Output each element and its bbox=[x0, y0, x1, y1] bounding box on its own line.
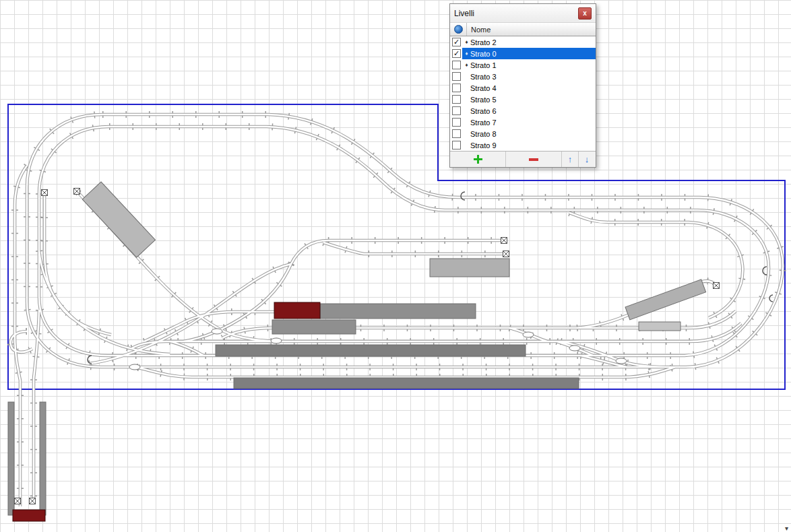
layer-row-body[interactable]: Strato 6 bbox=[462, 105, 596, 117]
turnout-marker[interactable] bbox=[129, 364, 140, 370]
layer-name-label: Strato 1 bbox=[470, 61, 497, 69]
layer-list: ✓♦Strato 2✓♦Strato 0♦Strato 1Strato 3Str… bbox=[450, 36, 596, 151]
app-window: Livelli x Nome ✓♦Strato 2✓♦Strato 0♦Stra… bbox=[0, 0, 791, 532]
track-plan-svg bbox=[0, 0, 791, 532]
platform-rect[interactable] bbox=[320, 304, 476, 319]
layer-bullet-icon: ♦ bbox=[464, 51, 470, 57]
layer-bullet-icon: ♦ bbox=[464, 39, 470, 45]
layer-row[interactable]: Strato 5 bbox=[450, 94, 596, 105]
close-icon: x bbox=[583, 10, 587, 17]
layer-name-label: Strato 4 bbox=[470, 84, 497, 92]
layer-row[interactable]: Strato 9 bbox=[450, 139, 596, 151]
remove-layer-button[interactable] bbox=[506, 152, 562, 167]
name-column-header: Nome bbox=[471, 26, 491, 34]
layer-row[interactable]: ✓♦Strato 0 bbox=[450, 48, 596, 59]
layer-row[interactable]: Strato 7 bbox=[450, 117, 596, 128]
layer-row[interactable]: ♦Strato 1 bbox=[450, 59, 596, 71]
red-building-rect[interactable] bbox=[274, 302, 320, 319]
layers-panel-titlebar[interactable]: Livelli x bbox=[450, 4, 596, 23]
arrow-down-icon: ↓ bbox=[585, 155, 590, 164]
layer-visibility-checkbox[interactable]: ✓ bbox=[452, 38, 461, 46]
platform-rect[interactable] bbox=[234, 378, 579, 389]
platform-rect[interactable] bbox=[40, 402, 46, 515]
layer-visibility-checkbox[interactable] bbox=[452, 129, 461, 138]
layer-row[interactable]: Strato 4 bbox=[450, 82, 596, 94]
layer-row-body[interactable]: Strato 8 bbox=[462, 128, 596, 139]
platform-rect[interactable] bbox=[625, 279, 706, 320]
platform-rect[interactable] bbox=[8, 402, 14, 515]
layers-panel: Livelli x Nome ✓♦Strato 2✓♦Strato 0♦Stra… bbox=[449, 3, 596, 168]
buffer-stop[interactable] bbox=[501, 238, 507, 244]
layer-row[interactable]: ✓♦Strato 2 bbox=[450, 36, 596, 48]
red-building-rect[interactable] bbox=[13, 510, 45, 521]
layer-visibility-checkbox[interactable] bbox=[452, 106, 461, 115]
layer-row[interactable]: Strato 6 bbox=[450, 105, 596, 117]
buffer-stop[interactable] bbox=[42, 190, 48, 196]
track-end-markers bbox=[88, 192, 773, 364]
turnout-marker[interactable] bbox=[616, 358, 627, 364]
layer-name-label: Strato 2 bbox=[470, 38, 497, 46]
layer-name-label: Strato 6 bbox=[470, 107, 497, 115]
arrow-up-icon: ↑ bbox=[568, 155, 573, 164]
track-plan-canvas[interactable] bbox=[0, 0, 791, 532]
platform-rect[interactable] bbox=[639, 322, 681, 331]
layer-row-body[interactable]: Strato 5 bbox=[462, 94, 596, 105]
layers-panel-title: Livelli bbox=[454, 9, 474, 18]
turnout-marker[interactable] bbox=[212, 329, 222, 334]
layer-name-label: Strato 7 bbox=[470, 119, 497, 127]
buffer-stop[interactable] bbox=[503, 251, 509, 257]
layer-row-body[interactable]: Strato 7 bbox=[462, 117, 596, 128]
move-layer-down-button[interactable]: ↓ bbox=[579, 152, 595, 167]
layer-row-body[interactable]: Strato 3 bbox=[462, 71, 596, 82]
buffer-stop[interactable] bbox=[74, 189, 80, 195]
minus-icon bbox=[529, 158, 538, 161]
platform-rect[interactable] bbox=[430, 259, 509, 277]
layer-row-body[interactable]: Strato 4 bbox=[462, 82, 596, 94]
turnout-marker[interactable] bbox=[569, 345, 580, 351]
layer-visibility-checkbox[interactable] bbox=[452, 95, 461, 104]
layer-name-label: Strato 5 bbox=[470, 96, 497, 104]
platform-rect[interactable] bbox=[216, 345, 526, 356]
layer-row[interactable]: Strato 3 bbox=[450, 71, 596, 82]
track-end-marker[interactable] bbox=[769, 295, 773, 302]
scrollbar-down-arrow[interactable]: ▾ bbox=[785, 525, 788, 532]
buffer-stop[interactable] bbox=[15, 498, 21, 504]
header-divider bbox=[466, 23, 467, 36]
layer-row-body[interactable]: ♦Strato 2 bbox=[462, 36, 596, 48]
layer-name-label: Strato 0 bbox=[470, 50, 497, 58]
list-column-header[interactable]: Nome bbox=[450, 23, 596, 36]
layer-visibility-checkbox[interactable] bbox=[452, 84, 461, 92]
layer-row-body[interactable]: ♦Strato 0 bbox=[462, 48, 596, 59]
layer-bullet-icon: ♦ bbox=[464, 62, 470, 68]
close-button[interactable]: x bbox=[578, 7, 592, 20]
layer-name-label: Strato 9 bbox=[470, 141, 497, 149]
layer-row-body[interactable]: Strato 9 bbox=[462, 139, 596, 151]
buffer-stop[interactable] bbox=[30, 498, 36, 504]
move-layer-up-button[interactable]: ↑ bbox=[562, 152, 579, 167]
layer-name-label: Strato 3 bbox=[470, 73, 497, 81]
layer-visibility-checkbox[interactable] bbox=[452, 72, 461, 81]
layer-row-body[interactable]: ♦Strato 1 bbox=[462, 59, 596, 71]
platform-rect[interactable] bbox=[82, 182, 155, 257]
turnout-marker[interactable] bbox=[523, 332, 534, 337]
plus-icon bbox=[474, 155, 482, 164]
layers-toolbar: ↑ ↓ bbox=[450, 151, 596, 167]
turnout-marker[interactable] bbox=[271, 338, 282, 343]
layer-visibility-checkbox[interactable] bbox=[452, 141, 461, 149]
layer-visibility-checkbox[interactable] bbox=[452, 61, 461, 69]
buffer-stop[interactable] bbox=[714, 283, 720, 289]
layer-visibility-checkbox[interactable]: ✓ bbox=[452, 49, 461, 58]
layer-row[interactable]: Strato 8 bbox=[450, 128, 596, 139]
platform-rect[interactable] bbox=[272, 320, 356, 334]
layer-visibility-checkbox[interactable] bbox=[452, 118, 461, 127]
track-end-marker[interactable] bbox=[763, 267, 767, 275]
add-layer-button[interactable] bbox=[450, 152, 506, 167]
layer-name-label: Strato 8 bbox=[470, 130, 497, 138]
platforms bbox=[8, 182, 706, 521]
visibility-eye-icon bbox=[454, 25, 463, 34]
